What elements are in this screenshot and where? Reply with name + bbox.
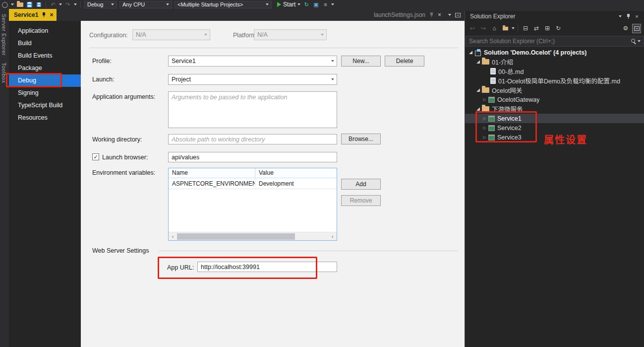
attach-icon[interactable]: ▣ — [312, 0, 319, 8]
tree-item-file[interactable]: 00-总.md — [465, 67, 644, 76]
background-document-tab[interactable]: launchSettings.json × — [374, 9, 465, 21]
scroll-right-icon[interactable]: › — [328, 233, 337, 239]
cell-name[interactable]: ASPNETCORE_ENVIRONMENT — [169, 178, 255, 189]
tree-item-file[interactable]: 01-Ocelot极简单Demo及负载均衡的配置.md — [465, 76, 644, 85]
nav-item-application[interactable]: Application — [9, 25, 81, 37]
profile-combo[interactable]: Service1 — [168, 56, 337, 67]
nav-item-debug[interactable]: Debug — [9, 74, 81, 87]
grid-empty-area[interactable] — [169, 189, 337, 232]
show-all-files-icon[interactable]: ⊞ — [543, 24, 552, 33]
pin-icon[interactable] — [42, 12, 46, 18]
tree-item-project-service3[interactable]: ▷ Service3 — [465, 133, 644, 142]
expander-collapsed-icon[interactable]: ▷ — [481, 117, 488, 121]
tree-item-project-service1[interactable]: ▷ Service1 — [465, 114, 644, 123]
search-icon[interactable] — [631, 38, 637, 44]
tab-service1[interactable]: Service1 × — [9, 9, 57, 21]
undo-icon[interactable]: ↶ — [50, 0, 57, 8]
solution-platform-combo[interactable]: Any CPU — [119, 1, 172, 8]
launch-browser-checkbox[interactable]: ✓ — [92, 153, 99, 160]
launch-browser-input[interactable] — [168, 152, 337, 162]
cell-value[interactable]: Development — [255, 178, 337, 189]
chevron-down-icon[interactable] — [512, 27, 515, 29]
browse-button[interactable]: Browse... — [341, 134, 381, 144]
preview-selected-items-toggle[interactable] — [632, 24, 641, 33]
delete-profile-button[interactable]: Delete — [385, 56, 424, 67]
chevron-down-icon[interactable] — [638, 40, 641, 42]
circle-icon[interactable]: ◯ — [1, 0, 8, 8]
scrollbar-thumb[interactable] — [177, 233, 295, 240]
solution-explorer-titlebar[interactable]: Solution Explorer × — [465, 11, 644, 22]
nav-item-build[interactable]: Build — [9, 37, 81, 50]
chevron-down-icon — [297, 3, 300, 5]
expander-expanded-icon[interactable]: ◢ — [475, 107, 481, 111]
refresh-icon[interactable]: ↻ — [554, 24, 563, 33]
chevron-down-icon[interactable] — [59, 3, 62, 5]
pin-icon[interactable] — [429, 12, 434, 18]
expander-collapsed-icon[interactable]: ▷ — [481, 98, 488, 102]
nav-forward-icon[interactable]: ↪ — [479, 24, 488, 33]
tree-item-folder[interactable]: ◢ 下游微服务 — [465, 104, 644, 114]
nav-back-icon[interactable]: ↩ — [468, 24, 477, 33]
float-window-icon[interactable] — [455, 13, 461, 17]
environment-variables-grid[interactable]: Name Value ASPNETCORE_ENVIRONMENT Develo… — [168, 168, 337, 241]
nav-item-build-events[interactable]: Build Events — [9, 50, 81, 62]
nav-item-resources[interactable]: Resources — [9, 112, 81, 124]
horizontal-scrollbar[interactable]: ‹ › — [169, 232, 337, 240]
switch-views-icon[interactable] — [501, 24, 510, 33]
redo-icon[interactable]: ↷ — [64, 0, 71, 8]
tab-toolbox[interactable]: Toolbox — [0, 61, 8, 85]
solution-configuration-combo[interactable]: Debug — [84, 1, 117, 8]
column-header-value[interactable]: Value — [255, 168, 337, 178]
expander-expanded-icon[interactable]: ◢ — [475, 88, 481, 92]
startup-projects-combo[interactable]: <Multiple Startup Projects> — [175, 1, 272, 8]
open-file-icon[interactable] — [16, 0, 23, 8]
close-icon[interactable]: × — [50, 12, 53, 18]
save-icon[interactable] — [26, 0, 33, 8]
expander-collapsed-icon[interactable]: ▷ — [481, 136, 488, 139]
add-variable-button[interactable]: Add — [341, 179, 381, 190]
tab-server-explorer[interactable]: Server Explorer — [0, 12, 8, 58]
save-all-icon[interactable] — [35, 0, 42, 8]
app-url-input[interactable] — [197, 262, 337, 272]
search-input[interactable] — [469, 38, 631, 45]
solution-explorer-search[interactable] — [466, 36, 644, 47]
refresh-icon[interactable]: ↻ — [303, 0, 310, 8]
expander-expanded-icon[interactable]: ◢ — [475, 60, 481, 64]
chevron-down-icon[interactable] — [74, 3, 77, 5]
close-icon[interactable]: × — [633, 13, 641, 19]
grid-row[interactable]: ASPNETCORE_ENVIRONMENT Development — [169, 178, 337, 189]
collapse-all-icon[interactable]: ⊟ — [521, 24, 530, 33]
chevron-down-icon[interactable] — [331, 3, 334, 5]
remove-variable-button[interactable]: Remove — [341, 195, 381, 206]
list-icon[interactable]: ≡ — [322, 0, 329, 8]
nav-item-package[interactable]: Package — [9, 62, 81, 74]
scrollbar-track[interactable] — [177, 232, 328, 241]
chevron-down-icon[interactable] — [11, 3, 14, 5]
working-directory-input[interactable] — [168, 134, 337, 144]
launch-combo[interactable]: Project — [168, 74, 337, 85]
sync-with-active-document-icon[interactable]: ⇄ — [532, 24, 541, 33]
start-debugging-button[interactable]: Start — [277, 1, 300, 8]
tree-item-solution[interactable]: ◢ Solution 'Demo.Ocelot' (4 projects) — [465, 48, 644, 57]
app-url-label: App URL: — [167, 264, 194, 271]
tree-item-project-service2[interactable]: ▷ Service2 — [465, 123, 644, 133]
tree-item-project[interactable]: ▷ OcelotGateway — [465, 95, 644, 104]
nav-item-signing[interactable]: Signing — [9, 87, 81, 99]
expander-expanded-icon[interactable]: ◢ — [468, 50, 474, 55]
home-icon[interactable]: ⌂ — [490, 24, 499, 33]
tree-item-folder[interactable]: ◢ Ocelot网关 — [465, 85, 644, 95]
scroll-left-icon[interactable]: ‹ — [169, 233, 177, 239]
close-icon[interactable]: × — [438, 12, 441, 18]
nav-item-typescript-build[interactable]: TypeScript Build — [9, 99, 81, 112]
application-arguments-input[interactable] — [168, 91, 337, 128]
active-files-dropdown-icon[interactable] — [448, 14, 451, 16]
tree-item-folder[interactable]: ◢ 01-介绍 — [465, 57, 644, 67]
column-header-name[interactable]: Name — [169, 168, 255, 178]
configuration-combo[interactable]: N/A — [132, 29, 210, 40]
expander-collapsed-icon[interactable]: ▷ — [481, 126, 488, 130]
pin-icon[interactable] — [624, 13, 633, 19]
properties-icon[interactable]: ⚙ — [621, 24, 630, 33]
window-position-icon[interactable] — [616, 15, 624, 17]
new-profile-button[interactable]: New... — [341, 56, 381, 67]
platform-combo[interactable]: N/A — [254, 29, 327, 40]
